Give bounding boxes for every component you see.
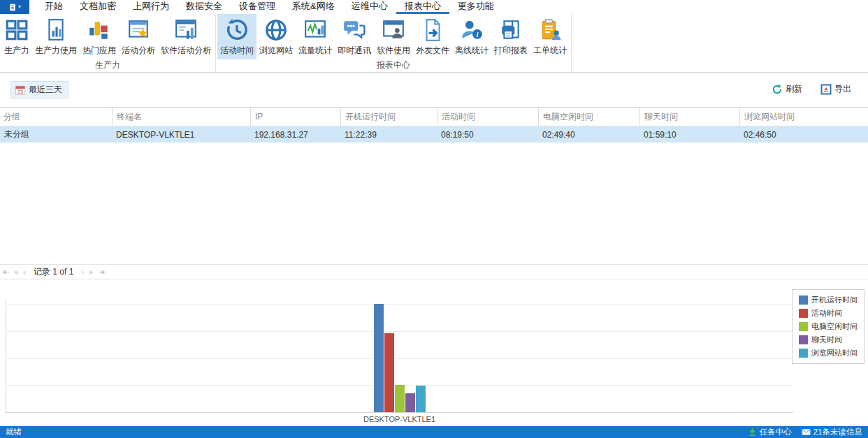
ribbon-button-label: 外发文件 [416,45,449,57]
menu-tab-1[interactable]: 开始 [36,0,71,14]
unread-messages-label: 21条未读信息 [813,427,862,437]
ribbon-button-label: 软件使用 [377,45,410,57]
table-header: 分组终端名IP开机运行时间活动时间电脑空闲时间聊天时间浏览网站时间 [0,107,868,126]
prev-page-button[interactable]: ‹ [23,268,26,276]
column-header-8[interactable]: 浏览网站时间 [739,108,868,126]
column-header-3[interactable]: IP [250,108,340,126]
doc-star-icon [126,18,150,42]
hot-apps-chart-icon [87,18,111,42]
terminal-table: 分组终端名IP开机运行时间活动时间电脑空闲时间聊天时间浏览网站时间 未分组DES… [0,107,868,264]
ribbon-button-window-chart[interactable]: 软件活动分析 [158,14,214,59]
menu-tab-5[interactable]: 设备管理 [231,0,284,14]
ribbon-button-label: 即时通讯 [338,45,371,57]
ribbon-button-window-user[interactable]: 软件使用 [374,14,413,59]
table-cell: 01:59:10 [639,126,739,143]
menu-tabs: 开始文档加密上网行为数据安全设备管理系统&网络运维中心报表中心更多功能 [36,0,502,14]
table-cell: 02:49:40 [538,126,639,143]
ribbon-button-doc-send[interactable]: 外发文件 [413,14,452,59]
table-empty-area [0,143,868,264]
ribbon-button-label: 流量统计 [298,45,332,57]
menu-tab-8[interactable]: 报表中心 [396,0,449,14]
ribbon-button-label: 活动时间 [220,45,254,57]
table-cell: 08:19:50 [437,126,538,143]
traffic-chart-icon [303,18,327,42]
column-header-7[interactable]: 聊天时间 [639,108,739,126]
ribbon-button-clock-history[interactable]: 活动时间 [217,14,256,59]
ribbon-button-label: 打印报表 [494,45,528,57]
ribbon-button-clipboard-user[interactable]: 工单统计 [530,14,570,59]
date-filter-button[interactable]: 23 最近三天 [10,81,68,98]
menu-tab-4[interactable]: 数据安全 [178,0,231,14]
ribbon-button-doc-bar-chart[interactable]: 生产力使用 [32,14,80,59]
ribbon-button-printer[interactable]: 打印报表 [491,14,530,59]
menubar: ▾ 开始文档加密上网行为数据安全设备管理系统&网络运维中心报表中心更多功能 [0,0,868,14]
chart-bars [6,304,793,412]
ribbon-group-1: 生产力生产力使用热门应用活动分析软件活动分析生产力 [0,14,216,72]
ribbon-button-user-info[interactable]: i离线统计 [452,14,491,59]
app-menu-button[interactable]: ▾ [0,0,29,14]
last-page-button[interactable]: ⇥ [98,268,104,276]
statusbar: 就绪 任务中心 21条未读信息 [0,426,868,438]
mail-icon [802,428,811,437]
ribbon-button-globe[interactable]: 浏览网站 [256,14,296,59]
menu-tab-7[interactable]: 运维中心 [343,0,396,14]
column-header-4[interactable]: 开机运行时间 [340,108,437,126]
ribbon-button-chat-bubbles[interactable]: 即时通讯 [335,14,374,59]
ribbon-group-items: 活动时间浏览网站流量统计即时通讯软件使用外发文件i离线统计打印报表工单统计 [217,14,570,59]
legend-item: 浏览网站时间 [799,348,858,358]
ribbon-button-traffic-chart[interactable]: 流量统计 [296,14,335,59]
column-header-1[interactable]: 分组 [0,108,112,126]
unread-messages-button[interactable]: 21条未读信息 [802,427,862,437]
ribbon-button-label: 工单统计 [533,45,567,57]
table-cell: 11:22:39 [340,126,437,143]
svg-text:23: 23 [17,89,23,94]
refresh-button[interactable]: 刷新 [767,82,806,96]
menu-tab-3[interactable]: 上网行为 [124,0,178,14]
bar-活动时间 [384,333,394,412]
task-center-button[interactable]: 任务中心 [748,427,792,437]
legend-label: 活动时间 [811,308,842,319]
column-header-5[interactable]: 活动时间 [437,108,538,126]
menu-tab-6[interactable]: 系统&网络 [284,0,343,14]
chat-bubbles-icon [342,18,366,42]
printer-icon [499,18,523,42]
legend-swatch-icon [799,309,808,318]
refresh-icon [772,84,783,95]
table-cell: 未分组 [0,126,112,143]
toolbar-right: 刷新 导出 [767,82,855,96]
first-page-button[interactable]: ⇤ [3,268,9,276]
pagination-bar: ⇤ « ‹ 记录 1 of 1 › » ⇥ [0,264,868,279]
legend-label: 开机运行时间 [811,295,858,305]
refresh-label: 刷新 [786,83,802,95]
ribbon-group-items: 生产力生产力使用热门应用活动分析软件活动分析 [1,14,214,59]
column-header-6[interactable]: 电脑空闲时间 [538,108,639,126]
doc-bar-chart-icon [44,18,68,42]
ribbon-button-label: 软件活动分析 [161,45,211,57]
column-header-2[interactable]: 终端名 [112,108,250,126]
date-filter-label: 最近三天 [29,84,62,96]
legend-item: 聊天时间 [799,335,858,345]
legend-item: 开机运行时间 [799,295,858,305]
ribbon-button-doc-star[interactable]: 活动分析 [119,14,158,59]
ribbon-group-label: 生产力 [1,59,214,72]
legend-item: 活动时间 [799,308,858,319]
globe-icon [264,18,288,42]
table-row[interactable]: 未分组DESKTOP-VLKTLE1192.168.31.2711:22:390… [0,126,868,143]
menu-tab-9[interactable]: 更多功能 [449,0,502,14]
app-menu-icon [8,3,17,12]
ribbon-button-productivity-grid[interactable]: 生产力 [1,14,32,59]
export-button[interactable]: 导出 [816,82,855,96]
next-page-button[interactable]: › [81,268,84,276]
fast-next-page-button[interactable]: » [89,268,93,276]
bar-电脑空闲时间 [395,385,405,412]
export-label: 导出 [834,83,851,95]
bar-浏览网站时间 [416,386,426,412]
chevron-down-icon: ▾ [18,4,21,10]
table-body: 未分组DESKTOP-VLKTLE1192.168.31.2711:22:390… [0,126,868,143]
ribbon-button-label: 生产力 [4,45,29,57]
ribbon-button-hot-apps-chart[interactable]: 热门应用 [80,14,119,59]
fast-prev-page-button[interactable]: « [14,268,18,276]
menu-tab-2[interactable]: 文档加密 [71,0,124,14]
productivity-grid-icon [5,18,29,42]
window-chart-icon [174,18,198,42]
